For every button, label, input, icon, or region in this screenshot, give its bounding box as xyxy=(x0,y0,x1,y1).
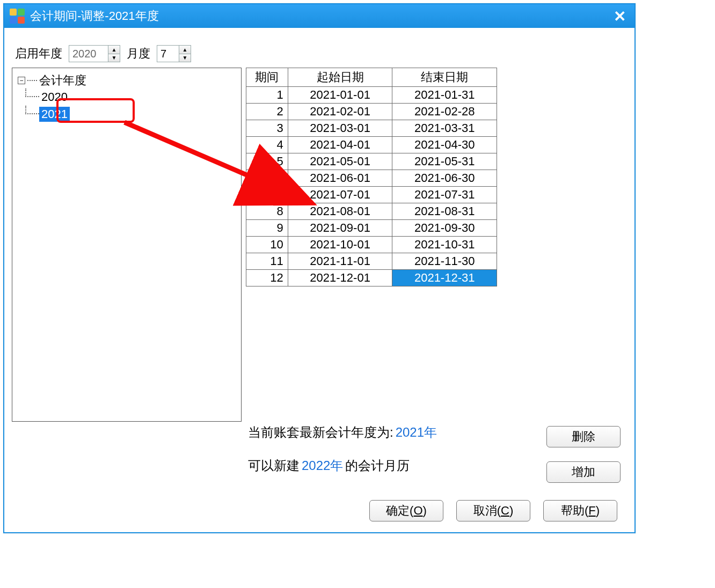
start-year-value: 2020 xyxy=(69,46,108,62)
cell-period[interactable]: 8 xyxy=(246,203,288,220)
title-bar: 会计期间-调整-2021年度 ✕ xyxy=(4,4,634,28)
cell-end-date[interactable]: 2021-11-30 xyxy=(392,253,497,270)
table-row[interactable]: 112021-11-012021-11-30 xyxy=(246,253,497,270)
cell-period[interactable]: 5 xyxy=(246,153,288,170)
close-button[interactable]: ✕ xyxy=(610,8,629,25)
cell-period[interactable]: 10 xyxy=(246,237,288,253)
table-row[interactable]: 72021-07-012021-07-31 xyxy=(246,187,497,203)
status-next-year: 2022年 xyxy=(300,457,345,474)
header-end[interactable]: 结束日期 xyxy=(392,68,497,87)
table-row[interactable]: 32021-03-012021-03-31 xyxy=(246,120,497,137)
collapse-toggle-icon[interactable]: − xyxy=(18,77,25,84)
dialog-window: 会计期间-调整-2021年度 ✕ 启用年度 2020 ▲ ▼ 月度 7 ▲ ▼ xyxy=(3,3,636,533)
header-period[interactable]: 期间 xyxy=(246,68,288,87)
cell-end-date[interactable]: 2021-02-28 xyxy=(392,104,497,120)
window-title: 会计期间-调整-2021年度 xyxy=(30,8,610,24)
table-row[interactable]: 22021-02-012021-02-28 xyxy=(246,104,497,120)
start-year-spinner[interactable]: 2020 ▲ ▼ xyxy=(69,45,120,62)
cell-start-date[interactable]: 2021-01-01 xyxy=(288,87,392,104)
cell-start-date[interactable]: 2021-08-01 xyxy=(288,203,392,220)
table-row[interactable]: 92021-09-012021-09-30 xyxy=(246,220,497,237)
cell-end-date[interactable]: 2021-01-31 xyxy=(392,87,497,104)
table-row[interactable]: 122021-12-012021-12-31 xyxy=(246,270,497,286)
cell-period[interactable]: 12 xyxy=(246,270,288,286)
month-label: 月度 xyxy=(127,46,150,62)
cell-start-date[interactable]: 2021-02-01 xyxy=(288,104,392,120)
app-logo-icon xyxy=(10,9,25,24)
content-area: 启用年度 2020 ▲ ▼ 月度 7 ▲ ▼ − xyxy=(4,28,634,429)
cell-end-date[interactable]: 2021-07-31 xyxy=(392,187,497,203)
status-prefix-1: 当前账套最新会计年度为: xyxy=(248,424,393,441)
cell-end-date[interactable]: 2021-03-31 xyxy=(392,120,497,137)
tree-root-label: 会计年度 xyxy=(39,72,86,89)
cell-period[interactable]: 3 xyxy=(246,120,288,137)
cell-period[interactable]: 7 xyxy=(246,187,288,203)
table-row[interactable]: 42021-04-012021-04-30 xyxy=(246,137,497,153)
cell-end-date[interactable]: 2021-06-30 xyxy=(392,170,497,187)
cell-start-date[interactable]: 2021-07-01 xyxy=(288,187,392,203)
cell-end-date[interactable]: 2021-09-30 xyxy=(392,220,497,237)
cell-start-date[interactable]: 2021-09-01 xyxy=(288,220,392,237)
cell-period[interactable]: 1 xyxy=(246,87,288,104)
month-spin-up-icon[interactable]: ▲ xyxy=(179,46,191,54)
cell-period[interactable]: 2 xyxy=(246,104,288,120)
split-panes: − 会计年度 20202021 期间 起始日期 结束日期 xyxy=(12,68,627,422)
ok-button[interactable]: 确定(O) xyxy=(369,500,443,521)
cell-period[interactable]: 11 xyxy=(246,253,288,270)
cell-start-date[interactable]: 2021-03-01 xyxy=(288,120,392,137)
cell-end-date[interactable]: 2021-04-30 xyxy=(392,137,497,153)
start-year-label: 启用年度 xyxy=(15,46,62,62)
table-row[interactable]: 52021-05-012021-05-31 xyxy=(246,153,497,170)
status-current-year: 2021年 xyxy=(393,424,439,441)
tree-root[interactable]: − 会计年度 xyxy=(18,72,236,89)
cell-end-date[interactable]: 2021-12-31 xyxy=(392,270,497,286)
period-table-pane: 期间 起始日期 结束日期 12021-01-012021-01-3122021-… xyxy=(246,68,497,422)
cell-start-date[interactable]: 2021-12-01 xyxy=(288,270,392,286)
dialog-button-row: 确定(O) 取消(C) 帮助(F) xyxy=(369,500,617,521)
year-spin-up-icon[interactable]: ▲ xyxy=(108,46,120,54)
period-table[interactable]: 期间 起始日期 结束日期 12021-01-012021-01-3122021-… xyxy=(246,68,497,286)
year-tree-pane: − 会计年度 20202021 xyxy=(12,68,242,422)
cell-start-date[interactable]: 2021-10-01 xyxy=(288,237,392,253)
table-row[interactable]: 62021-06-012021-06-30 xyxy=(246,170,497,187)
annotation-highlight-box xyxy=(56,98,135,123)
cell-end-date[interactable]: 2021-05-31 xyxy=(392,153,497,170)
header-start[interactable]: 起始日期 xyxy=(288,68,392,87)
year-spin-down-icon[interactable]: ▼ xyxy=(108,54,120,62)
month-spin-down-icon[interactable]: ▼ xyxy=(179,54,191,62)
cell-end-date[interactable]: 2021-08-31 xyxy=(392,203,497,220)
table-row[interactable]: 102021-10-012021-10-31 xyxy=(246,237,497,253)
cell-start-date[interactable]: 2021-04-01 xyxy=(288,137,392,153)
side-button-group: 删除 增加 xyxy=(546,426,621,483)
delete-button[interactable]: 删除 xyxy=(546,426,621,447)
parameter-row: 启用年度 2020 ▲ ▼ 月度 7 ▲ ▼ xyxy=(12,45,627,62)
month-spinner[interactable]: 7 ▲ ▼ xyxy=(157,45,191,62)
cell-period[interactable]: 9 xyxy=(246,220,288,237)
table-row[interactable]: 12021-01-012021-01-31 xyxy=(246,87,497,104)
table-row[interactable]: 82021-08-012021-08-31 xyxy=(246,203,497,220)
status-prefix-2: 可以新建 xyxy=(248,457,300,474)
cell-period[interactable]: 4 xyxy=(246,137,288,153)
month-value: 7 xyxy=(157,46,179,62)
cell-end-date[interactable]: 2021-10-31 xyxy=(392,237,497,253)
status-suffix-2: 的会计月历 xyxy=(345,457,410,474)
cancel-button[interactable]: 取消(C) xyxy=(456,500,530,521)
cell-start-date[interactable]: 2021-06-01 xyxy=(288,170,392,187)
cell-period[interactable]: 6 xyxy=(246,170,288,187)
help-button[interactable]: 帮助(F) xyxy=(543,500,617,521)
cell-start-date[interactable]: 2021-11-01 xyxy=(288,253,392,270)
add-button[interactable]: 增加 xyxy=(546,461,621,483)
cell-start-date[interactable]: 2021-05-01 xyxy=(288,153,392,170)
